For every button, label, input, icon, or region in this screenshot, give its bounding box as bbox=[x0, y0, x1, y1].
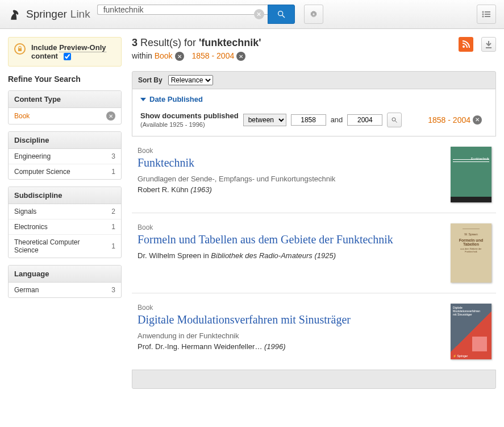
result-item: Book Funktechnik Grundlagen der Sende-, … bbox=[132, 136, 496, 213]
brand-name-1: Springer bbox=[26, 8, 67, 20]
facet-count: 1 bbox=[111, 242, 115, 250]
facet-item[interactable]: Engineering 3 bbox=[9, 149, 121, 164]
remove-within-icon[interactable]: ✕ bbox=[175, 52, 184, 61]
result-title[interactable]: Digitale Modulationsverfahren mit Sinust… bbox=[138, 313, 440, 327]
within-label: within bbox=[132, 51, 155, 60]
download-icon bbox=[485, 40, 492, 48]
date-mode-select[interactable]: between bbox=[243, 114, 286, 126]
result-body: Book Formeln und Tabellen aus dem Gebiet… bbox=[138, 223, 440, 283]
date-current-label: 1858 - 2004 bbox=[428, 115, 470, 125]
result-body: Book Funktechnik Grundlagen der Sende-, … bbox=[138, 147, 440, 202]
search-icon bbox=[277, 10, 286, 19]
date-label-block: Show documents published (Available 1925… bbox=[140, 111, 239, 128]
preview-only-checkbox[interactable] bbox=[64, 53, 71, 60]
cover-image: DigitaleModulationsverfahrenmit Sinusträ… bbox=[451, 304, 491, 359]
list-button[interactable] bbox=[477, 5, 496, 24]
preview-suffix: content bbox=[31, 52, 58, 60]
facet-label: German bbox=[14, 286, 39, 294]
facet-head: Language bbox=[9, 266, 121, 283]
facet-head: Discipline bbox=[9, 132, 121, 149]
result-term: 'funktechnik' bbox=[199, 37, 261, 48]
result-text: Result(s) for bbox=[138, 37, 199, 48]
facet-item[interactable]: German 3 bbox=[9, 283, 121, 297]
facet-language: Language German 3 bbox=[8, 265, 122, 298]
remove-filter-icon[interactable]: ✕ bbox=[106, 111, 115, 121]
result-title[interactable]: Formeln und Tabellen aus dem Gebiete der… bbox=[138, 233, 440, 247]
date-end-input[interactable] bbox=[347, 114, 382, 126]
facet-item[interactable]: Theoretical Computer Science 1 bbox=[9, 235, 121, 258]
facet-head: Subdiscipline bbox=[9, 187, 121, 204]
facet-item[interactable]: Electronics 1 bbox=[9, 219, 121, 235]
svg-point-14 bbox=[392, 118, 395, 121]
facet-count: 3 bbox=[111, 286, 115, 294]
svg-line-15 bbox=[395, 121, 397, 122]
and-label: and bbox=[331, 115, 343, 124]
result-item: Book Formeln und Tabellen aus dem Gebiet… bbox=[132, 213, 496, 293]
refine-title: Refine Your Search bbox=[8, 74, 122, 84]
facet-item[interactable]: Computer Science 1 bbox=[9, 164, 121, 179]
facet-label: Engineering bbox=[14, 152, 51, 160]
sidebar: Include Preview-Only content Refine Your… bbox=[8, 37, 122, 305]
svg-rect-13 bbox=[486, 47, 491, 48]
svg-point-12 bbox=[463, 45, 465, 48]
within-line: within Book✕ 1858 - 2004✕ bbox=[132, 51, 454, 61]
sort-label: Sort By bbox=[138, 76, 163, 84]
rss-icon bbox=[462, 40, 470, 48]
author-extra: Bibliothek des Radio-Amateurs (1925) bbox=[211, 251, 336, 260]
facet-count: 1 bbox=[111, 168, 115, 176]
facet-label: Computer Science bbox=[14, 168, 70, 176]
result-count: 3 bbox=[132, 37, 138, 48]
within-value: Book bbox=[155, 51, 173, 60]
result-subtitle: Grundlagen der Sende-, Empfangs- und Fun… bbox=[138, 175, 440, 183]
result-title[interactable]: Funktechnik bbox=[138, 156, 440, 170]
list-icon bbox=[482, 11, 491, 18]
sort-select[interactable]: Relevance bbox=[168, 75, 213, 85]
svg-rect-6 bbox=[485, 11, 490, 13]
facet-item[interactable]: Signals 2 bbox=[9, 204, 121, 219]
facet-item-book[interactable]: Book ✕ bbox=[9, 108, 121, 124]
settings-button[interactable] bbox=[304, 5, 323, 24]
search-button[interactable] bbox=[268, 5, 295, 24]
result-cover[interactable]: DigitaleModulationsverfahrenmit Sinusträ… bbox=[451, 304, 491, 359]
preview-prefix: Include bbox=[31, 43, 59, 52]
search-input-wrap: ✕ bbox=[97, 5, 268, 24]
rss-button[interactable] bbox=[459, 37, 473, 52]
svg-rect-8 bbox=[485, 14, 490, 15]
facet-label: Electronics bbox=[14, 223, 48, 231]
result-authors: Robert R. Kühn (1963) bbox=[138, 185, 440, 194]
date-go-button[interactable] bbox=[387, 113, 402, 127]
svg-point-7 bbox=[482, 14, 484, 15]
result-item: Book Digitale Modulationsverfahren mit S… bbox=[132, 293, 496, 370]
svg-point-9 bbox=[482, 16, 484, 18]
author-extra: (1996) bbox=[264, 342, 286, 351]
footer-bar bbox=[132, 370, 496, 389]
result-cover[interactable]: Funktechnik bbox=[451, 147, 491, 202]
svg-point-4 bbox=[313, 13, 314, 15]
horse-icon bbox=[8, 7, 23, 22]
date-available: (Available 1925 - 1996) bbox=[140, 121, 239, 128]
remove-date-icon[interactable]: ✕ bbox=[236, 52, 245, 61]
download-button[interactable] bbox=[481, 37, 496, 52]
result-authors: Prof. Dr.-Ing. Hermann Weidenfeller… (19… bbox=[138, 342, 440, 351]
result-cover[interactable]: ―――――― W. Spreen Formeln undTabellen aus… bbox=[451, 223, 491, 283]
brand-logo[interactable]: Springer Link bbox=[8, 7, 90, 22]
date-toggle[interactable]: Date Published bbox=[140, 95, 488, 103]
result-subtitle: Anwendung in der Funktechnik bbox=[138, 331, 440, 340]
date-range-chip: 1858 - 2004 bbox=[192, 51, 235, 60]
preview-linked[interactable]: Preview-Only bbox=[59, 43, 106, 52]
preview-only-box: Include Preview-Only content bbox=[8, 37, 122, 67]
date-toggle-label: Date Published bbox=[149, 95, 203, 103]
clear-search-icon[interactable]: ✕ bbox=[254, 9, 264, 19]
cover-image: Funktechnik bbox=[451, 147, 491, 202]
svg-point-0 bbox=[278, 11, 282, 16]
result-body: Book Digitale Modulationsverfahren mit S… bbox=[138, 304, 440, 359]
content: 3 Result(s) for 'funktechnik' within Boo… bbox=[132, 37, 496, 389]
result-kind: Book bbox=[138, 147, 440, 155]
search-input[interactable] bbox=[97, 5, 268, 15]
facet-content-type: Content Type Book ✕ bbox=[8, 90, 122, 125]
remove-date-range-icon[interactable]: ✕ bbox=[473, 115, 482, 125]
result-kind: Book bbox=[138, 304, 440, 312]
date-start-input[interactable] bbox=[291, 114, 326, 126]
results-text: 3 Result(s) for 'funktechnik' within Boo… bbox=[132, 37, 454, 61]
result-authors: Dr. Wilhelm Spreen in Bibliothek des Rad… bbox=[138, 251, 440, 260]
